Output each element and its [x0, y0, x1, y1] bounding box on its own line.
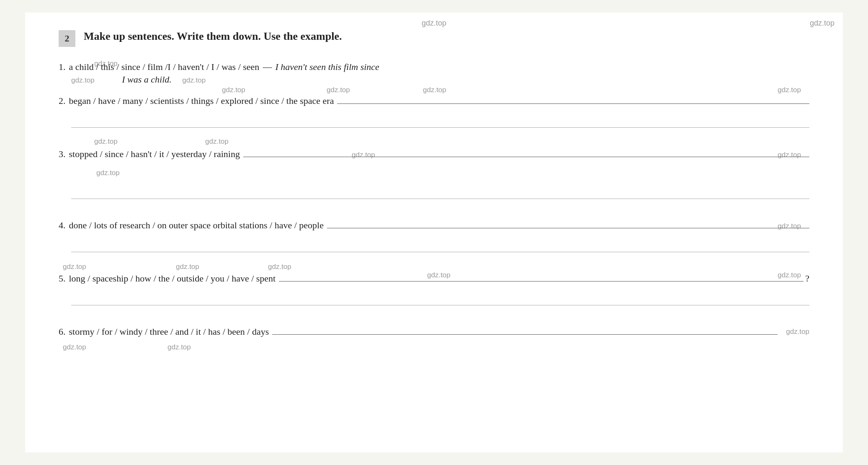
watermark: gdz.top: [63, 263, 86, 271]
write-line-4: [71, 238, 809, 252]
dash-1: —: [263, 59, 272, 74]
list-item: gdz.top gdz.top gdz.top gdz.top 3. stopp…: [59, 147, 809, 199]
item-row-4: 4. done / lots of research / on outer sp…: [59, 218, 809, 232]
watermark: gdz.top: [63, 343, 86, 351]
watermark: gdz.top: [423, 86, 446, 94]
item-answer-1: I haven't seen this film since: [275, 59, 379, 74]
write-line-5: [71, 291, 809, 305]
watermark: gdz.top: [268, 263, 291, 271]
item-text-2: began / have / many / scientists / thing…: [69, 93, 334, 108]
item-number-2: 2.: [59, 93, 66, 108]
item-text-1: a child / this / since / film /I / haven…: [69, 59, 260, 74]
list-item: gdz.top gdz.top gdz.top gdz.top gdz.top …: [59, 271, 809, 305]
watermark: gdz.top: [96, 169, 120, 177]
item-answer-continuation: gdz.top I was a child. gdz.top: [71, 74, 809, 85]
item-row-6: 6. stormy / for / windy / three / and / …: [59, 324, 809, 339]
watermark: gdz.top: [167, 343, 191, 351]
item-text-3: stopped / since / hasn't / it / yesterda…: [69, 147, 240, 161]
list-item: gdz.top 1. a child / this / since / film…: [59, 59, 809, 85]
watermark: gdz.top: [71, 76, 95, 85]
watermark: gdz.top: [222, 86, 245, 94]
write-line-3: gdz.top: [71, 167, 809, 199]
watermark: gdz.top: [205, 137, 229, 146]
item-number-6: 6.: [59, 324, 66, 339]
watermark: gdz.top: [327, 86, 350, 94]
task-number: 2: [59, 30, 75, 47]
watermark-top-center: gdz.top: [422, 19, 446, 28]
item-number-4: 4.: [59, 218, 66, 232]
list-item: gdz.top gdz.top gdz.top gdz.top 2. began…: [59, 93, 809, 128]
answer-line-5: [279, 281, 804, 282]
item-number-5: 5.: [59, 271, 66, 286]
item-row-5: 5. long / spaceship / how / the / outsid…: [59, 271, 809, 286]
item-row-1: 1. a child / this / since / film /I / ha…: [59, 59, 809, 74]
task-instruction: Make up sentences. Write them down. Use …: [84, 29, 342, 44]
item-number-1: 1.: [59, 59, 66, 74]
watermark: gdz.top: [176, 263, 199, 271]
answer-line-4: [327, 228, 809, 228]
item-text-6: stormy / for / windy / three / and / it …: [69, 324, 269, 339]
watermark: gdz.top: [94, 137, 118, 146]
write-line-2: [71, 113, 809, 128]
list-item: gdz.top 4. done / lots of research / on …: [59, 218, 809, 252]
watermark-top-right: gdz.top: [810, 19, 835, 28]
list-item: gdz.top gdz.top 6. stormy / for / windy …: [59, 324, 809, 339]
items-container: gdz.top 1. a child / this / since / film…: [59, 59, 809, 339]
watermark: gdz.top: [786, 326, 809, 337]
page-container: gdz.top gdz.top 2 Make up sentences. Wri…: [25, 13, 843, 452]
answer-line-2: [337, 103, 809, 104]
watermark: gdz.top: [182, 76, 206, 85]
answer-line-3: [243, 157, 809, 157]
item-text-5: long / spaceship / how / the / outside /…: [69, 271, 276, 286]
item-row-2: 2. began / have / many / scientists / th…: [59, 93, 809, 108]
watermark: gdz.top: [778, 86, 801, 94]
item-text-4: done / lots of research / on outer space…: [69, 218, 324, 232]
item-answer-part2: I was a child.: [122, 74, 172, 85]
task-header: 2 Make up sentences. Write them down. Us…: [59, 29, 809, 47]
answer-line-6: [272, 334, 778, 335]
item-row-3: 3. stopped / since / hasn't / it / yeste…: [59, 147, 809, 161]
item-number-3: 3.: [59, 147, 66, 161]
end-mark-5: ?: [805, 271, 809, 286]
